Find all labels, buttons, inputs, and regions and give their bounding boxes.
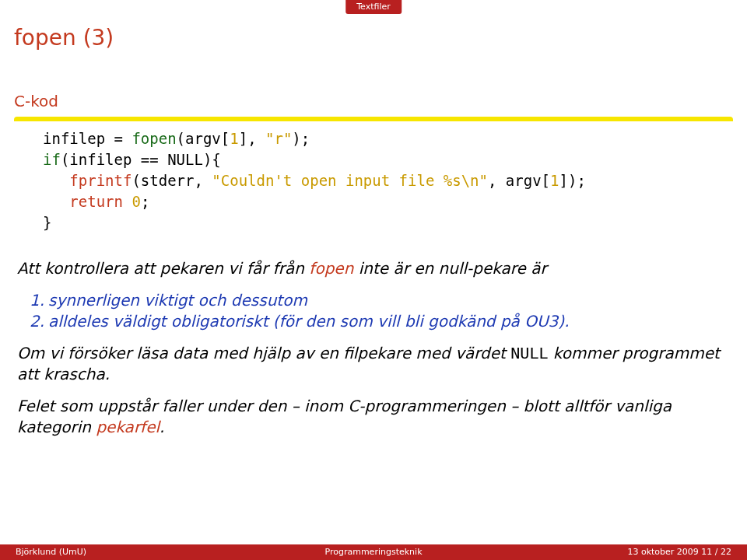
- body-text: Att kontrollera att pekaren vi får från …: [17, 258, 724, 449]
- footer-notch-2: [488, 537, 510, 544]
- code-l1-d: );: [292, 130, 310, 147]
- li2-text: alldeles väldigt obligatoriskt (för den …: [48, 311, 570, 332]
- code-l3-b: , argv[: [488, 172, 550, 189]
- footer-date-page: 13 oktober 2009 11 / 22: [627, 547, 731, 557]
- code-l4-a: ;: [141, 193, 149, 210]
- code-block: infilep = fopen(argv[1], "r"); if(infile…: [43, 128, 716, 233]
- code-block-bar: [14, 117, 733, 121]
- code-l1-num1: 1: [230, 130, 238, 147]
- code-l1-b: (argv[: [177, 130, 230, 147]
- code-l1-a: infilep =: [43, 130, 132, 147]
- li2-number: 2.: [30, 311, 48, 332]
- footer-course: Programmeringsteknik: [324, 547, 422, 557]
- code-l3-num: 1: [550, 172, 559, 189]
- p1-a: Att kontrollera att pekaren vi får från: [17, 259, 309, 278]
- code-l1-str: "r": [265, 130, 292, 147]
- code-l3-c: ]);: [559, 172, 586, 189]
- p2-null: NULL: [510, 344, 548, 362]
- li1-text: synnerligen viktigt och dessutom: [48, 290, 307, 311]
- code-l4-return: return: [69, 193, 123, 210]
- code-l3-a: (stderr,: [132, 172, 212, 189]
- p1-fopen: fopen: [309, 259, 353, 278]
- code-l1-fopen: fopen: [132, 130, 176, 147]
- code-l3-str: "Couldn't open input file %s\n": [212, 172, 488, 189]
- code-l1-c: ],: [239, 130, 265, 147]
- li1-number: 1.: [30, 290, 48, 311]
- footer-author: Björklund (UmU): [16, 547, 86, 557]
- code-l4-sp: [123, 193, 132, 210]
- footer-bar: Björklund (UmU) Programmeringsteknik 13 …: [0, 544, 747, 560]
- footer-notch-1: [245, 537, 267, 544]
- p2-a: Om vi försöker läsa data med hjälp av en…: [17, 344, 510, 362]
- p3-pekarfel: pekarfel: [96, 418, 160, 436]
- code-block-title: C-kod: [14, 92, 58, 110]
- code-l2-if: if: [43, 151, 61, 168]
- p3-b: .: [160, 418, 164, 436]
- code-l2-a: (infilep == NULL){: [61, 151, 221, 168]
- code-l4-num: 0: [132, 193, 140, 210]
- p1-b: inte är en null-pekare är: [353, 259, 546, 278]
- slide-title: fopen (3): [14, 25, 114, 51]
- code-l5: }: [43, 214, 51, 231]
- section-tab: Textfiler: [345, 0, 402, 14]
- code-l3-fprintf: fprintf: [69, 172, 132, 189]
